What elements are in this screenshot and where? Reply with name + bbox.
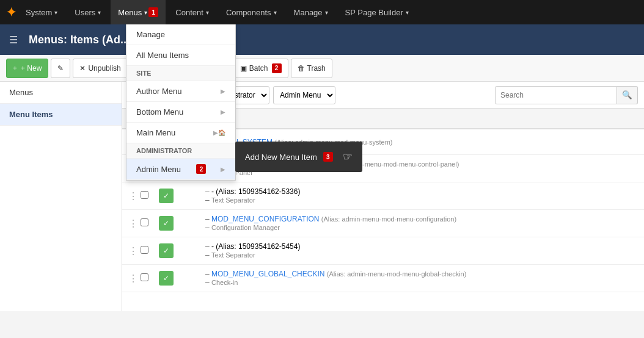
batch-icon: ▣ [240,64,247,73]
sidebar-item-menu-items[interactable]: Menu Items [0,104,122,126]
sidebar-item-menus[interactable]: Menus [0,82,122,104]
dropdown-item-bottom-menu[interactable]: Bottom Menu ▶ [126,102,235,123]
row-check-4 [141,218,159,228]
status-badge-3[interactable]: ✓ [159,189,174,203]
users-arrow: ▾ [98,9,101,16]
navbar-item-menus[interactable]: Menus ▾ 1 [111,0,166,24]
admin-section-label: Administrator [136,147,192,154]
manage-label: Manage [294,8,323,17]
status-badge-5[interactable]: ✓ [159,243,174,258]
row-check-5 [141,246,159,256]
dropdown-item-main-menu[interactable]: Main Menu ▶🏠 [126,123,235,143]
unpublish-button[interactable]: ✕ Unpublish [73,59,127,78]
drag-handle-4[interactable]: ⋮ [128,218,141,229]
add-step-badge: 3 [323,152,333,162]
all-menu-items-label: All Menu Items [136,51,189,60]
sidebar: Menus Menu Items [0,82,122,311]
sp-arrow: ▾ [406,9,409,16]
admin-menu-step-badge: 2 [196,164,206,174]
admin-menu-arrow: ▶ [221,166,225,173]
drag-handle-5[interactable]: ⋮ [128,245,141,257]
sp-label: SP Page Builder [345,8,403,17]
indent-dash-sub-6: – [205,278,211,287]
title-link-4[interactable]: MOD_MENU_CONFIGURATION [211,215,319,223]
row-checkbox-4[interactable] [141,218,148,226]
status-badge-4[interactable]: ✓ [159,216,174,231]
navbar-item-content[interactable]: Content ▾ [168,0,216,24]
navbar-item-sp[interactable]: SP Page Builder ▾ [338,0,416,24]
indent-dash-5: – [205,242,211,251]
navbar: ✦ System ▾ Users ▾ Menus ▾ 1 Content ▾ C… [0,0,644,24]
status-badge-6[interactable]: ✓ [159,271,174,286]
admin-menu-sub-dropdown: Add New Menu Item 3 ☞ [235,142,362,172]
row-check-6 [141,273,159,283]
row-title-4: – MOD_MENU_CONFIGURATION (Alias: admin-m… [205,215,638,232]
table-row: ⋮ ✓ – - (Alias: 1509354162-5336) – Text … [122,182,644,210]
subtitle-5: Text Separator [211,251,255,259]
navbar-item-users[interactable]: Users ▾ [67,0,108,24]
edit-icon: ✎ [57,64,64,73]
row-checkbox-5[interactable] [141,246,148,254]
row-status-6: ✓ [159,271,196,286]
admin-menu-item-label: Admin Menu [136,165,181,174]
add-new-menu-item-label: Add New Menu Item [245,153,317,162]
alias-text-6: (Alias: admin-menu-mod-menu-global-check… [327,270,467,278]
indent-dash-6: – [205,270,211,278]
plus-icon: + [13,64,17,73]
batch-button[interactable]: ▣ Batch 2 [233,59,288,78]
trash-label: Trash [307,64,326,73]
sub-dropdown-item-add[interactable]: Add New Menu Item 3 ☞ [235,144,362,170]
cursor-icon: ☞ [343,150,353,164]
manage-item-label: Manage [136,30,165,39]
row-title-6: – MOD_MENU_GLOBAL_CHECKIN (Alias: admin-… [205,270,638,287]
site-section-label: Site [136,70,151,77]
joomla-logo: ✦ [6,5,16,20]
menus-dropdown: Manage All Menu Items Site Author Menu ▶… [126,24,236,181]
search-input[interactable] [495,86,617,104]
subtitle-3: Text Separator [211,196,255,204]
page-header: ☰ Menus: Items (Ad... [0,24,644,55]
dropdown-item-author-menu[interactable]: Author Menu ▶ [126,81,235,102]
author-menu-arrow: ▶ [221,88,225,95]
bottom-menu-label: Bottom Menu [136,107,183,117]
indent-dash-4: – [205,215,211,223]
trash-button[interactable]: 🗑 Trash [291,59,332,78]
drag-handle-6[interactable]: ⋮ [128,273,141,284]
new-label: + New [21,64,42,73]
row-title-5: – - (Alias: 1509354162-5454) – Text Sepa… [205,242,638,259]
bottom-menu-arrow: ▶ [221,109,225,115]
dropdown-item-all-menu-items[interactable]: All Menu Items [126,45,235,66]
dropdown-item-manage[interactable]: Manage [126,24,235,45]
subtitle-6: Check-in [211,279,238,286]
system-arrow: ▾ [54,9,57,16]
header-title: Title [202,114,638,123]
dropdown-item-admin-menu[interactable]: Admin Menu 2 ▶ [126,159,235,180]
navbar-item-components[interactable]: Components ▾ [219,0,284,24]
app-container: ✦ System ▾ Users ▾ Menus ▾ 1 Content ▾ C… [0,0,644,338]
toolbar: + + New ✎ ✕ Unpublish ☑ Check-in ↺ Rebui… [0,55,644,82]
table-row: ⋮ ✓ – - (Alias: 1509354162-5454) – Text … [122,237,644,265]
row-checkbox-6[interactable] [141,273,148,281]
edit-button[interactable]: ✎ [51,59,70,78]
title-3: - (Alias: 1509354162-5336) [211,187,300,196]
menus-label: Menus [118,8,142,17]
navbar-item-system[interactable]: System ▾ [18,0,65,24]
new-button[interactable]: + + New [6,59,48,78]
sidebar-menu-items-label: Menu Items [9,110,53,119]
trash-icon: 🗑 [298,64,305,73]
batch-label: Batch [249,64,268,73]
dropdown-section-site: Site [126,66,235,81]
author-menu-label: Author Menu [136,87,181,96]
search-button[interactable]: 🔍 [617,86,638,104]
content-label: Content [175,8,203,17]
row-checkbox-3[interactable] [141,191,148,199]
search-group: 🔍 [495,86,638,104]
drag-handle-3[interactable]: ⋮ [128,190,141,202]
dropdown-section-admin: Administrator [126,143,235,159]
navbar-item-manage[interactable]: Manage ▾ [287,0,335,24]
indent-dash-sub-4: – [205,223,211,232]
title-link-6[interactable]: MOD_MENU_GLOBAL_CHECKIN [211,270,324,278]
main-layout: Menus Menu Items - Select Status - Admin… [0,82,644,311]
components-label: Components [226,8,271,17]
menu-filter[interactable]: Admin Menu [273,86,335,104]
